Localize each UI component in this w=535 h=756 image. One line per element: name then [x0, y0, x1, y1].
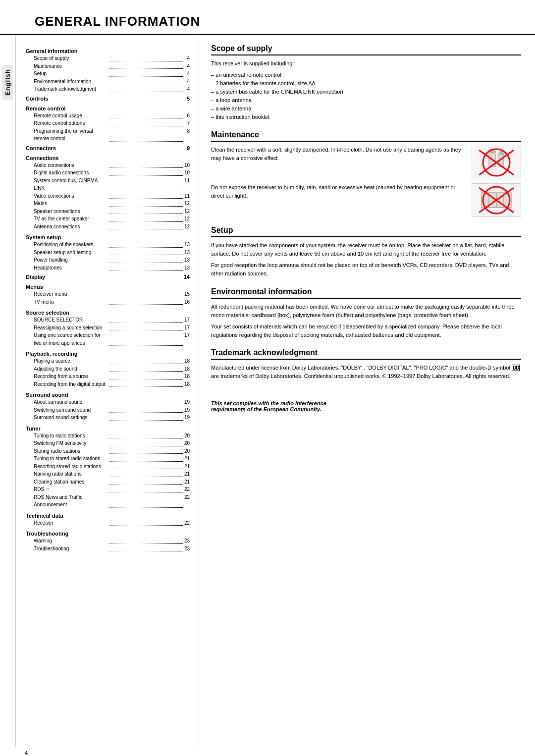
toc-entry-label: RDS News and Traffic Announcement	[34, 493, 108, 509]
toc-entry: Mains12	[26, 200, 190, 208]
toc-dots	[109, 331, 183, 346]
toc-entry-page: 12	[184, 223, 190, 231]
toc-dots	[109, 455, 183, 462]
toc-entry-page: 20	[184, 432, 190, 440]
toc-dots	[109, 316, 183, 323]
toc-dots	[109, 127, 183, 142]
toc-entry-label: System control bus, CINEMA LINK	[34, 177, 108, 192]
toc-entry: Switching FM sensitivity20	[26, 439, 190, 447]
main-layout: English General informationScope of supp…	[0, 35, 535, 747]
toc-section-header: System setup	[26, 234, 190, 240]
toc-entry: TV as the center speaker12	[26, 215, 190, 223]
trademark-section: Trademark acknowledgment Manufactured un…	[211, 348, 521, 380]
toc-entry-label: Speaker connections	[34, 208, 108, 216]
maintenance-row2: Do not expose the receiver to humidity, …	[211, 183, 521, 217]
toc-entry-label: About surround sound	[34, 398, 108, 406]
maintenance-title: Maintenance	[211, 130, 521, 142]
toc-entry-label: Recording from the digital output	[34, 380, 108, 388]
toc-entry-label: Warning	[34, 537, 108, 545]
toc-entry: Headphones13	[26, 264, 190, 272]
content-column: Scope of supply This receiver is supplie…	[199, 35, 535, 747]
toc-entry-label: Programming the universal remote control	[34, 127, 108, 143]
page-header: GENERAL INFORMATION	[0, 0, 535, 35]
toc-entry-label: Adjusting the sound	[34, 365, 108, 373]
toc-entry: Surround sound settings19	[26, 414, 190, 422]
page: GENERAL INFORMATION English General info…	[0, 0, 535, 756]
trademark-para: Manufactured under license from Dolby La…	[211, 364, 521, 380]
toc-dots	[109, 70, 183, 77]
toc-entry-label: Headphones	[34, 264, 108, 272]
environmental-para2: Your set consists of materials which can…	[211, 323, 521, 339]
maintenance-body: Clean the receiver with a soft, slightly…	[211, 146, 521, 217]
toc-entry-page: 11	[184, 192, 190, 200]
toc-entry-label: Switching surround sound	[34, 406, 108, 414]
toc-entry: Recording from the digital output18	[26, 380, 190, 388]
toc-entry: Speaker setup and testing13	[26, 249, 190, 257]
toc-entry-label: Remote control usage	[34, 112, 108, 120]
toc-entry-page: 6	[184, 112, 190, 120]
environmental-para1: All redundant packing material has been …	[211, 303, 521, 320]
environmental-title: Environmental information	[211, 287, 521, 299]
toc-entry-label: Naming radio stations	[34, 470, 108, 478]
scope-of-supply-section: Scope of supply This receiver is supplie…	[211, 44, 521, 121]
toc-entry-label: Speaker setup and testing	[34, 249, 108, 257]
toc-main-label: Connectors	[26, 145, 56, 151]
toc-entry-label: Tuning to stored radio stations	[34, 455, 108, 463]
toc-dots	[109, 169, 183, 176]
toc-entry-label: Tuning to radio stations	[34, 432, 108, 440]
toc-entry-page: 4	[184, 78, 190, 86]
toc-dots	[109, 414, 183, 421]
toc-entry-page: 19	[184, 414, 190, 422]
toc-entry-label: Audio connections	[34, 162, 108, 169]
scope-of-supply-title: Scope of supply	[211, 44, 521, 55]
environmental-section: Environmental information All redundant …	[211, 287, 521, 339]
toc-entry: Receiver22	[26, 519, 190, 527]
toc-entry: SOURCE SELECTOR17	[26, 316, 190, 324]
toc-entry-page: 11	[184, 177, 190, 192]
toc-entry-label: Resorting stored radio stations	[34, 463, 108, 471]
no-heat-image	[472, 183, 521, 217]
toc-dots	[109, 493, 183, 508]
language-label: English	[2, 65, 13, 100]
toc-entry: Playing a source18	[26, 357, 190, 365]
toc-dots	[109, 290, 183, 297]
toc-dots	[109, 249, 183, 256]
toc-entry-label: Troubleshooting	[34, 545, 108, 553]
setup-para1: If you have stacked the components of yo…	[211, 241, 521, 258]
toc-entry-page: 21	[184, 470, 190, 478]
toc-dots	[109, 223, 183, 230]
toc-entry: TV menu16	[26, 298, 190, 306]
toc-entry-page: 17	[184, 331, 190, 347]
toc-entry-page: 12	[184, 208, 190, 216]
toc-entry-page: 12	[184, 200, 190, 208]
scope-item: 2 batteries for the remote control, size…	[211, 79, 521, 88]
toc-dots	[109, 112, 183, 119]
toc-dots	[109, 241, 183, 248]
no-chemicals-icon	[474, 148, 519, 177]
toc-dots	[109, 85, 183, 92]
toc-dots	[109, 78, 183, 85]
toc-entry-label: Using one source selection for two or mo…	[34, 331, 108, 347]
toc-dots	[109, 162, 183, 168]
toc-entry: Environmental information4	[26, 78, 190, 86]
toc-entry: Naming radio stations21	[26, 470, 190, 478]
toc-entry-label: Power handling	[34, 256, 108, 264]
toc-entry-label: Digital audio connections	[34, 169, 108, 177]
trademark-text1: Manufactured under license from Dolby La…	[211, 365, 510, 371]
toc-entry: Receiver menu15	[26, 290, 190, 298]
environmental-body: All redundant packing material has been …	[211, 303, 521, 339]
scope-item: this instruction booklet	[211, 113, 521, 121]
toc-entry-page: 15	[184, 290, 190, 298]
toc-section-header: Tuner	[26, 426, 190, 432]
toc-entry-page: 19	[184, 406, 190, 414]
toc-dots	[109, 357, 183, 364]
toc-entry: Tuning to radio stations20	[26, 432, 190, 440]
toc-entry-label: TV as the center speaker	[34, 215, 108, 223]
toc-dots	[109, 200, 183, 207]
toc-main-entry: Connectors9	[26, 145, 190, 151]
toc-dots	[109, 119, 183, 126]
footer-line2: requirements of the European Community.	[211, 406, 321, 412]
toc-dots	[109, 447, 183, 454]
toc-dots	[109, 215, 183, 222]
toc-entry: Trademark acknowledgment4	[26, 85, 190, 93]
